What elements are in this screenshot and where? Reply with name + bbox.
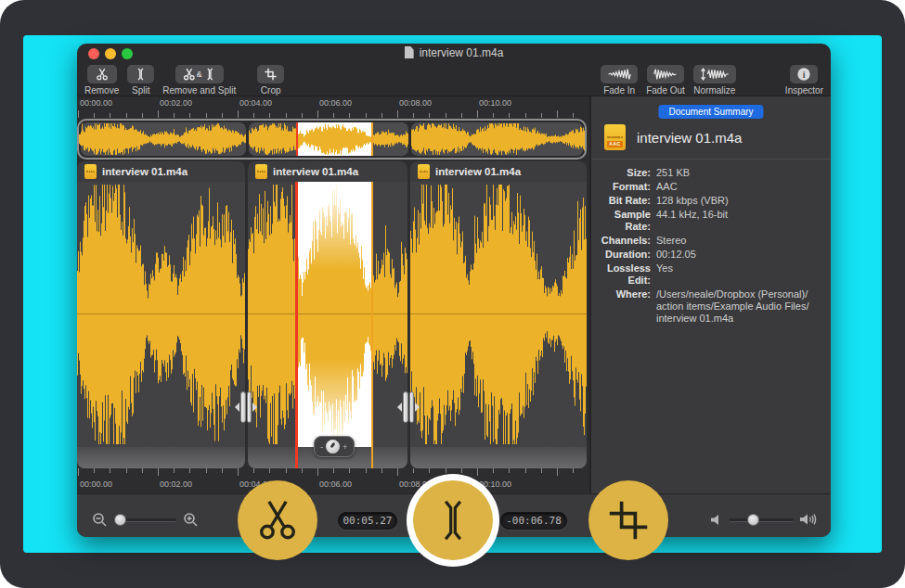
ruler-tick bbox=[429, 468, 430, 473]
overview-selection-right-edge[interactable] bbox=[371, 122, 373, 156]
overview-selection-left-edge[interactable] bbox=[296, 122, 298, 156]
crop-icon bbox=[264, 68, 278, 81]
ruler-tick bbox=[557, 110, 558, 118]
knob-icon[interactable] bbox=[326, 440, 340, 454]
ruler-tick bbox=[446, 468, 446, 473]
metadata-row: Format:AAC bbox=[591, 181, 823, 193]
ruler-tick bbox=[493, 113, 494, 118]
ruler-tick bbox=[110, 113, 110, 118]
edit-area: 00:00.00 00:02.00 00:04.00 00:06.00 00:0… bbox=[77, 96, 589, 493]
volume-slider-track[interactable] bbox=[729, 518, 794, 522]
clip-header-3[interactable]: interview 01.m4a bbox=[410, 161, 587, 182]
scissors-icon bbox=[94, 68, 110, 81]
ruler-tick bbox=[477, 468, 478, 476]
crop-button[interactable]: Crop bbox=[257, 65, 284, 96]
zoom-slider-thumb[interactable] bbox=[114, 514, 126, 526]
selection-right-edge-handle[interactable] bbox=[371, 182, 373, 468]
selection-highlight bbox=[297, 182, 372, 270]
ruler-label: 00:02.00 bbox=[160, 479, 192, 489]
ruler-tick bbox=[238, 110, 239, 118]
audio-file-icon bbox=[418, 164, 430, 179]
volume-max-icon[interactable] bbox=[800, 513, 817, 526]
cut-overlay-button[interactable] bbox=[238, 480, 317, 560]
metadata-row: Channels:Stereo bbox=[591, 235, 823, 247]
fade-out-button[interactable]: Fade Out bbox=[646, 65, 685, 96]
ruler-label: 00:10.00 bbox=[479, 479, 511, 489]
volume-min-icon[interactable] bbox=[711, 514, 722, 526]
ruler-tick bbox=[302, 113, 303, 118]
file-metadata-fields: Size:251 KB Format:AAC Bit Rate:128 kbps… bbox=[591, 167, 823, 326]
window-title: interview 01.m4a bbox=[77, 46, 831, 59]
handle-arrow-right-icon bbox=[252, 403, 257, 412]
ruler-tick bbox=[174, 113, 175, 118]
crop-overlay-button[interactable] bbox=[588, 480, 668, 560]
selection-start-display[interactable]: 00:05.27 bbox=[338, 512, 397, 530]
titlebar: interview 01.m4a bbox=[77, 44, 831, 63]
ruler-tick bbox=[446, 113, 446, 118]
ruler-tick bbox=[413, 113, 414, 118]
remove-button[interactable]: Remove bbox=[84, 65, 119, 96]
clip-panels: interview 01.m4a interview 01.m4a interv… bbox=[77, 161, 587, 468]
ruler-tick bbox=[429, 113, 430, 118]
file-format-badge: AAC bbox=[607, 141, 623, 147]
timeline-ruler-top[interactable]: 00:00.00 00:02.00 00:04.00 00:06.00 00:0… bbox=[77, 96, 587, 118]
ruler-label: 00:04.00 bbox=[239, 98, 272, 108]
clip-header-1[interactable]: interview 01.m4a bbox=[77, 161, 245, 182]
handle-arrow-right-icon bbox=[415, 403, 420, 412]
split-icon bbox=[134, 68, 148, 81]
split-overlay-button[interactable] bbox=[413, 480, 493, 560]
normalize-button[interactable]: Normalize bbox=[693, 65, 736, 96]
ruler-tick bbox=[269, 468, 270, 473]
metadata-row: Bit Rate:128 kbps (VBR) bbox=[591, 195, 823, 207]
ruler-tick bbox=[366, 113, 367, 118]
inspector-button[interactable]: i Inspector bbox=[785, 65, 823, 96]
svg-text:&: & bbox=[197, 70, 202, 79]
ruler-label: 00:10.00 bbox=[479, 98, 511, 108]
ruler-tick bbox=[158, 110, 159, 118]
clip-title: interview 01.m4a bbox=[435, 166, 521, 177]
clip-footer-1 bbox=[77, 447, 245, 468]
ruler-tick bbox=[461, 468, 462, 473]
audio-file-icon-large: AAC bbox=[604, 124, 626, 150]
ruler-label: 00:08.00 bbox=[399, 98, 432, 108]
ruler-tick bbox=[94, 468, 95, 473]
zoom-out-icon[interactable] bbox=[92, 512, 108, 528]
ruler-label: 00:06.00 bbox=[319, 479, 352, 489]
audio-file-icon bbox=[255, 164, 267, 179]
ruler-tick bbox=[573, 468, 574, 473]
overview-strip[interactable] bbox=[77, 119, 587, 160]
normalize-icon bbox=[700, 68, 730, 81]
ruler-tick bbox=[142, 468, 143, 473]
app-window: interview 01.m4a Remove Split bbox=[77, 44, 831, 537]
metadata-row: Size:251 KB bbox=[591, 167, 823, 179]
split-handle-right[interactable] bbox=[397, 389, 420, 426]
selection-left-edge-handle[interactable] bbox=[295, 182, 298, 468]
ruler-tick bbox=[302, 468, 303, 473]
ruler-tick bbox=[333, 113, 334, 118]
clip-gain-knob[interactable]: -+ bbox=[314, 436, 355, 457]
fade-in-button[interactable]: Fade In bbox=[601, 65, 638, 96]
metadata-row: Where:/Users/neale/Dropbox (Personal)/ a… bbox=[591, 288, 823, 325]
timeline-ruler-bottom[interactable]: 00:00.00 00:02.00 00:04.00 00:06.00 00:0… bbox=[77, 468, 587, 493]
ruler-label: 00:00.00 bbox=[80, 98, 112, 108]
ruler-tick bbox=[381, 468, 382, 473]
tab-document-summary[interactable]: Document Summary bbox=[658, 105, 763, 119]
ruler-tick bbox=[509, 468, 510, 473]
zoom-in-icon[interactable] bbox=[183, 512, 199, 528]
remove-and-split-button[interactable]: & Remove and Split bbox=[162, 65, 236, 96]
ruler-tick bbox=[397, 110, 398, 118]
overview-waveform bbox=[79, 122, 585, 156]
fade-out-icon bbox=[653, 68, 678, 81]
ruler-tick bbox=[222, 113, 223, 118]
split-handle-left[interactable] bbox=[235, 389, 257, 426]
selection-remaining-display[interactable]: -00:06.78 bbox=[500, 512, 567, 530]
selection-highlight bbox=[297, 359, 372, 447]
clip-header-2[interactable]: interview 01.m4a bbox=[248, 161, 407, 182]
file-summary-row: AAC interview 01.m4a bbox=[604, 124, 742, 150]
ruler-tick bbox=[525, 468, 526, 473]
split-button[interactable]: Split bbox=[127, 65, 154, 96]
ruler-tick bbox=[206, 113, 207, 118]
ruler-tick bbox=[174, 468, 175, 473]
ruler-label: 00:00.00 bbox=[80, 479, 112, 489]
volume-slider-thumb[interactable] bbox=[747, 514, 759, 526]
